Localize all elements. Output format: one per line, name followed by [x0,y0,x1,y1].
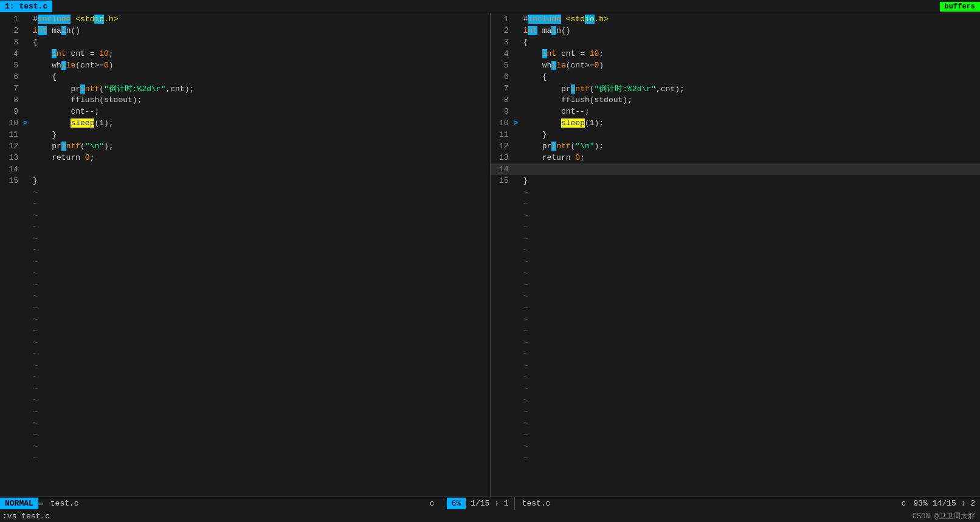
table-row: 3 { [491,36,981,48]
tilde-line: ~ [0,394,490,406]
tilde-line: ~ [491,233,981,244]
tilde-line: ~ [491,267,981,279]
table-row: 8 fflush(stdout); [0,94,490,106]
tilde-line: ~ [491,417,981,429]
table-row: 10 > sleep(1); [0,117,490,129]
mode-sep [38,503,43,505]
table-row: 10 > sleep(1); [491,117,981,129]
command-line: :vs test.c CSDN @卫卫周大胖 [0,510,980,522]
tilde-line: ~ [491,348,981,360]
table-row: 1 #include <stdio.h> [491,13,981,25]
right-pos: 14/15 : 2 [933,499,980,508]
tilde-line: ~ [491,429,981,441]
tilde-line: ~ [0,187,490,198]
active-tab[interactable]: 1: test.c [0,1,52,12]
left-percent-badge: 6% [447,498,466,509]
editor-area: 1 #include <stdio.h> 2 int main() 3 { 4 [0,13,980,496]
tilde-line: ~ [491,256,981,267]
table-row: 9 cnt--; [0,106,490,117]
tilde-line: ~ [0,233,490,244]
tilde-line: ~ [0,417,490,429]
table-row: 6 { [0,71,490,83]
tilde-line: ~ [491,244,981,256]
tilde-line: ~ [0,221,490,233]
right-pane[interactable]: 1 #include <stdio.h> 2 int main() 3 { 4 [491,13,981,496]
table-row: 13 return 0; [491,152,981,163]
tilde-line: ~ [0,383,490,394]
table-row: 11 } [0,129,490,140]
tilde-line: ~ [0,360,490,371]
tilde-line: ~ [491,441,981,452]
left-pane[interactable]: 1 #include <stdio.h> 2 int main() 3 { 4 [0,13,491,496]
tilde-line: ~ [0,290,490,302]
tilde-line: ~ [491,314,981,325]
table-row: 2 int main() [491,25,981,36]
tilde-line: ~ [0,325,490,337]
table-row: 6 { [491,71,981,83]
tilde-line: ~ [491,325,981,337]
tilde-line: ~ [491,290,981,302]
table-row: 12 printf("\n"); [491,140,981,152]
table-row: 3 { [0,36,490,48]
tilde-line: ~ [0,279,490,290]
tilde-line: ~ [491,210,981,221]
tilde-line: ~ [491,371,981,383]
cmd-text: :vs test.c [2,512,50,521]
tilde-line: ~ [491,360,981,371]
left-filetype: c [430,499,442,508]
table-row: 12 printf("\n"); [0,140,490,152]
table-row: 7 printf("倒计时:%2d\r",cnt); [0,83,490,94]
table-row: 5 while(cnt>=0) [491,60,981,71]
table-row: 9 cnt--; [491,106,981,117]
table-row: 5 while(cnt>=0) [0,60,490,71]
tilde-line: ~ [491,198,981,210]
table-row: 8 fflush(stdout); [491,94,981,106]
left-pos: 1/15 : 1 [466,499,513,508]
table-row: 2 int main() [0,25,490,36]
tilde-line: ~ [0,267,490,279]
tilde-line: ~ [0,302,490,314]
table-row: 11 } [491,129,981,140]
tilde-line: ~ [491,394,981,406]
tilde-line: ~ [491,221,981,233]
table-row: 13 return 0; [0,152,490,163]
tilde-line: ~ [491,302,981,314]
mode-indicator: NORMAL [0,498,38,509]
tilde-line: ~ [0,337,490,348]
tilde-line: ~ [491,452,981,464]
tilde-line: ~ [0,371,490,383]
table-row: 14 [0,163,490,175]
table-row: 1 #include <stdio.h> [0,13,490,25]
tilde-line: ~ [491,406,981,417]
watermark: CSDN @卫卫周大胖 [913,511,980,521]
tilde-line: ~ [0,406,490,417]
tilde-line: ~ [0,256,490,267]
tilde-line: ~ [0,452,490,464]
tilde-line: ~ [491,279,981,290]
status-bar: NORMAL test.c c 6% 1/15 : 1 test.c c 93%… [0,496,980,510]
table-row: 4 int cnt = 10; [491,48,981,60]
tilde-line: ~ [0,198,490,210]
right-percent: 93% [913,499,932,508]
table-row: 4 int cnt = 10; [0,48,490,60]
table-row: 14 [491,163,981,175]
right-code: 1 #include <stdio.h> 2 int main() 3 { 4 [491,13,981,496]
table-row: 15 } [0,175,490,187]
right-filetype: c [902,499,914,508]
tab-bar: 1: test.c buffers [0,0,980,13]
left-code: 1 #include <stdio.h> 2 int main() 3 { 4 [0,13,490,496]
buffers-badge: buffers [940,2,980,12]
tilde-line: ~ [0,348,490,360]
tilde-line: ~ [0,244,490,256]
tilde-line: ~ [0,210,490,221]
tilde-line: ~ [0,429,490,441]
right-filename: test.c [515,499,558,508]
tilde-line: ~ [491,383,981,394]
tilde-line: ~ [491,187,981,198]
tilde-line: ~ [0,314,490,325]
table-row: 15 } [491,175,981,187]
table-row: 7 printf("倒计时:%2d\r",cnt); [491,83,981,94]
left-filename: test.c [43,499,86,508]
tilde-line: ~ [491,337,981,348]
tilde-line: ~ [0,441,490,452]
